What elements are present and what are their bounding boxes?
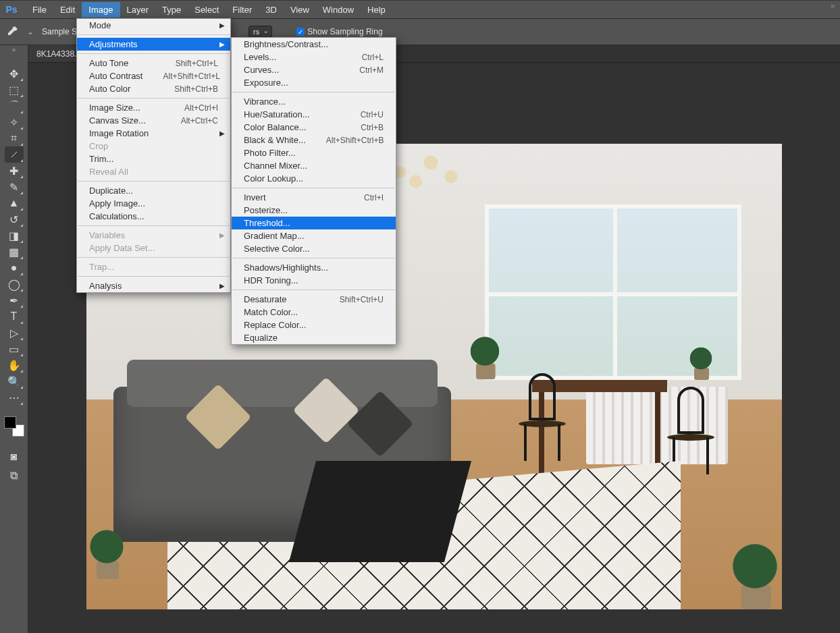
- adjust-menu-brightness-contrast[interactable]: Brightness/Contrast...: [232, 38, 396, 51]
- sample-size-label: Sample S: [42, 27, 77, 36]
- quick-select-tool[interactable]: ✧: [5, 114, 24, 130]
- menu-item-label: Threshold...: [244, 218, 384, 228]
- menu-item-shortcut: Ctrl+B: [361, 123, 384, 132]
- image-menu-calculations[interactable]: Calculations...: [77, 210, 230, 223]
- adjust-menu-replace-color[interactable]: Replace Color...: [232, 319, 396, 331]
- menu-type[interactable]: Type: [155, 2, 188, 18]
- collapse-handle-icon[interactable]: »: [0, 45, 28, 53]
- menu-item-label: Color Lookup...: [244, 173, 384, 184]
- zoom-tool[interactable]: 🔍: [5, 373, 24, 389]
- move-tool[interactable]: ✥: [5, 65, 24, 82]
- adjust-menu-hdr-toning[interactable]: HDR Toning...: [232, 274, 396, 287]
- menu-item-label: Selective Color...: [244, 244, 384, 254]
- image-menu-apply-image[interactable]: Apply Image...: [77, 197, 230, 210]
- screen-mode-icon[interactable]: ⧉: [5, 468, 24, 484]
- menu-file[interactable]: File: [26, 2, 53, 18]
- menu-item-label: Mode: [89, 20, 218, 30]
- image-menu-duplicate[interactable]: Duplicate...: [77, 184, 230, 197]
- menu-select[interactable]: Select: [188, 2, 226, 18]
- marquee-tool[interactable]: ⬚: [5, 82, 24, 98]
- color-swatches[interactable]: [4, 416, 24, 437]
- image-menu-auto-color[interactable]: Auto ColorShift+Ctrl+B: [77, 82, 230, 95]
- image-menu-mode[interactable]: Mode▶: [77, 19, 230, 32]
- adjust-menu-gradient-map[interactable]: Gradient Map...: [232, 229, 396, 242]
- lasso-tool[interactable]: ⌒: [5, 98, 24, 114]
- panel-dock-icon[interactable]: »: [831, 1, 840, 15]
- image-menu-image-rotation[interactable]: Image Rotation▶: [77, 127, 230, 140]
- adjust-menu-color-lookup[interactable]: Color Lookup...: [232, 172, 396, 185]
- stamp-tool[interactable]: ▲: [5, 195, 24, 211]
- brush-tool[interactable]: ✎: [5, 179, 24, 195]
- blur-tool[interactable]: ●: [5, 260, 24, 276]
- app-logo: Ps: [3, 3, 20, 16]
- menu-item-shortcut: Alt+Ctrl+C: [181, 116, 218, 126]
- image-menu-apply-data-set: Apply Data Set...: [77, 242, 230, 254]
- image-menu-reveal-all: Reveal All: [77, 165, 230, 178]
- path-select-tool[interactable]: ▷: [5, 325, 24, 341]
- eyedropper-icon[interactable]: [5, 25, 19, 38]
- eraser-tool[interactable]: ◨: [5, 227, 24, 244]
- image-menu-canvas-size[interactable]: Canvas Size...Alt+Ctrl+C: [77, 114, 230, 127]
- adjust-menu-equalize[interactable]: Equalize: [232, 331, 396, 344]
- menu-view[interactable]: View: [284, 2, 316, 18]
- adjust-menu-selective-color[interactable]: Selective Color...: [232, 242, 396, 255]
- image-menu-analysis[interactable]: Analysis▶: [77, 279, 230, 292]
- dodge-tool[interactable]: ◯: [5, 276, 24, 292]
- menu-help[interactable]: Help: [361, 2, 392, 18]
- show-sampling-ring-checkbox[interactable]: ✓ Show Sampling Ring: [296, 27, 382, 36]
- quick-mask-icon[interactable]: ◙: [5, 449, 24, 465]
- image-menu-dropdown: Mode▶Adjustments▶Auto ToneShift+Ctrl+LAu…: [76, 18, 231, 293]
- pen-tool[interactable]: ✒: [5, 292, 24, 308]
- adjust-menu-posterize[interactable]: Posterize...: [232, 204, 396, 217]
- adjust-menu-desaturate[interactable]: DesaturateShift+Ctrl+U: [232, 293, 396, 306]
- image-menu-adjustments[interactable]: Adjustments▶: [77, 38, 230, 51]
- image-menu-image-size[interactable]: Image Size...Alt+Ctrl+I: [77, 101, 230, 114]
- adjust-menu-threshold[interactable]: Threshold...: [232, 217, 396, 229]
- adjust-menu-photo-filter[interactable]: Photo Filter...: [232, 146, 396, 159]
- menu-item-label: Invert: [244, 192, 344, 202]
- adjust-menu-invert[interactable]: InvertCtrl+I: [232, 191, 396, 204]
- image-menu-trim[interactable]: Trim...: [77, 153, 230, 165]
- menu-item-label: Curves...: [244, 65, 339, 75]
- image-menu-auto-contrast[interactable]: Auto ContrastAlt+Shift+Ctrl+L: [77, 70, 230, 82]
- image-menu-auto-tone[interactable]: Auto ToneShift+Ctrl+L: [77, 57, 230, 70]
- menu-image[interactable]: Image: [82, 2, 120, 18]
- hand-tool[interactable]: ✋: [5, 357, 24, 373]
- sample-layers-dropdown[interactable]: rs: [248, 26, 272, 38]
- menu-item-label: Adjustments: [89, 39, 218, 49]
- foreground-color-swatch[interactable]: [4, 416, 16, 429]
- adjust-menu-shadows-highlights[interactable]: Shadows/Highlights...: [232, 261, 396, 274]
- menu-item-label: Equalize: [244, 333, 384, 343]
- adjust-menu-color-balance[interactable]: Color Balance...Ctrl+B: [232, 121, 396, 134]
- type-tool[interactable]: T: [5, 308, 24, 325]
- menu-item-label: Calculations...: [89, 211, 218, 221]
- menu-window[interactable]: Window: [316, 2, 361, 18]
- gradient-tool[interactable]: ▦: [5, 244, 24, 260]
- adjust-menu-match-color[interactable]: Match Color...: [232, 306, 396, 319]
- menu-item-label: Brightness/Contrast...: [244, 39, 384, 49]
- menu-item-label: Variables: [89, 230, 218, 240]
- adjust-menu-vibrance[interactable]: Vibrance...: [232, 95, 396, 108]
- more-tools[interactable]: ⋯: [5, 389, 24, 406]
- history-brush-tool[interactable]: ↺: [5, 211, 24, 227]
- adjust-menu-exposure[interactable]: Exposure...: [232, 76, 396, 89]
- menu-edit[interactable]: Edit: [53, 2, 82, 18]
- menu-layer[interactable]: Layer: [120, 2, 156, 18]
- menu-item-shortcut: Alt+Shift+Ctrl+L: [163, 72, 220, 81]
- adjust-menu-curves[interactable]: Curves...Ctrl+M: [232, 63, 396, 76]
- show-sampling-ring-label: Show Sampling Ring: [307, 27, 382, 36]
- menu-item-label: HDR Toning...: [244, 275, 384, 285]
- rectangle-tool[interactable]: ▭: [5, 341, 24, 357]
- adjust-menu-hue-saturation[interactable]: Hue/Saturation...Ctrl+U: [232, 108, 396, 121]
- menu-item-shortcut: Shift+Ctrl+U: [340, 295, 384, 304]
- menu-3d[interactable]: 3D: [259, 2, 284, 18]
- menu-filter[interactable]: Filter: [226, 2, 259, 18]
- menu-item-label: Crop: [89, 141, 218, 151]
- healing-tool[interactable]: ✚: [5, 163, 24, 179]
- crop-tool[interactable]: ⌗: [5, 130, 24, 146]
- adjust-menu-levels[interactable]: Levels...Ctrl+L: [232, 51, 396, 63]
- adjust-menu-channel-mixer[interactable]: Channel Mixer...: [232, 159, 396, 172]
- eyedropper-tool[interactable]: ⟋: [5, 146, 24, 163]
- menu-item-label: Auto Color: [89, 84, 154, 94]
- adjust-menu-black-white[interactable]: Black & White...Alt+Shift+Ctrl+B: [232, 134, 396, 146]
